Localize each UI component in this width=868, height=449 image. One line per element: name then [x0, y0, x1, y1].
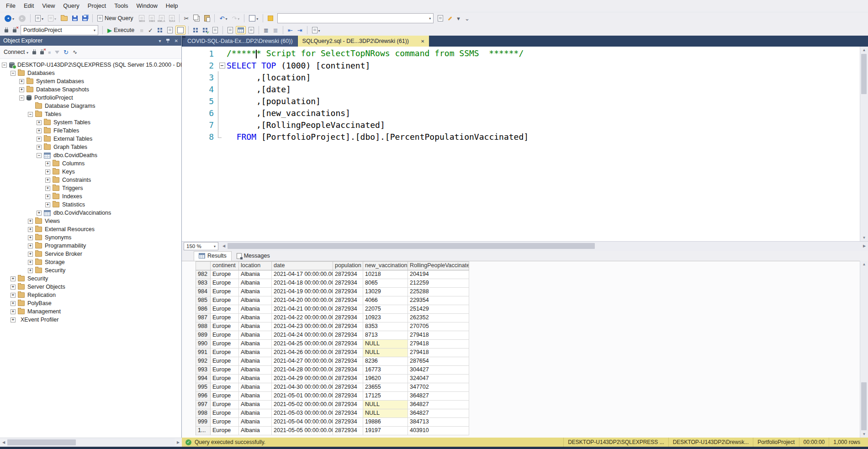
- scrollbar-thumb[interactable]: [228, 243, 595, 249]
- tree-item-replication[interactable]: +Replication: [0, 291, 181, 299]
- scroll-right-arrow-icon[interactable]: ▶: [861, 242, 868, 251]
- expand-icon[interactable]: +: [37, 145, 42, 150]
- close-icon[interactable]: ✕: [421, 39, 424, 44]
- code-line-3[interactable]: 3 ,[location]: [182, 71, 868, 83]
- new-project-button[interactable]: ▾: [33, 14, 45, 23]
- row-header-cell[interactable]: 997: [196, 401, 211, 409]
- expand-icon[interactable]: +: [11, 309, 16, 314]
- grid-cell[interactable]: 22075: [363, 305, 408, 314]
- grid-cell[interactable]: Albania: [239, 409, 272, 418]
- close-icon[interactable]: ✕: [175, 38, 178, 43]
- intellisense-toggle[interactable]: [175, 26, 185, 35]
- window-position-icon[interactable]: ▾: [159, 38, 161, 43]
- results-to-text-button[interactable]: [226, 26, 235, 35]
- chevron-down-icon[interactable]: ▾: [54, 17, 56, 21]
- nav-backward-button[interactable]: ◂▾: [3, 14, 16, 23]
- row-header-cell[interactable]: 994: [196, 375, 211, 383]
- row-header-cell[interactable]: 992: [196, 357, 211, 366]
- grid-cell[interactable]: Europe: [211, 401, 239, 409]
- actual-plan-toggle[interactable]: [191, 26, 200, 34]
- row-header-cell[interactable]: 995: [196, 383, 211, 392]
- parse-button[interactable]: ✓: [146, 26, 155, 35]
- column-header-RollingPeopleVaccinated[interactable]: RollingPeopleVaccinated: [408, 262, 469, 270]
- grid-cell[interactable]: 2021-04-29 00:00:00.000: [272, 375, 333, 383]
- results-to-file-button[interactable]: [247, 26, 256, 35]
- grid-cell[interactable]: Albania: [239, 314, 272, 322]
- grid-cell[interactable]: 2021-05-02 00:00:00.000: [272, 401, 333, 409]
- row-header-cell[interactable]: 988: [196, 322, 211, 331]
- grid-cell[interactable]: Europe: [211, 340, 239, 349]
- grid-cell[interactable]: 2021-04-27 00:00:00.000: [272, 357, 333, 366]
- row-header-cell[interactable]: 984: [196, 288, 211, 296]
- grid-cell[interactable]: Europe: [211, 357, 239, 366]
- grid-cell[interactable]: 364827: [408, 409, 469, 418]
- paste-button[interactable]: [202, 14, 212, 23]
- grid-cell[interactable]: Europe: [211, 392, 239, 401]
- tree-item-xevent-profiler[interactable]: +XEvent Profiler: [0, 316, 181, 324]
- expand-icon[interactable]: +: [28, 219, 33, 224]
- cut-button[interactable]: ✂: [182, 14, 191, 23]
- editor-vertical-scrollbar[interactable]: ▲ ▼: [860, 47, 868, 241]
- scrollbar-thumb[interactable]: [861, 54, 867, 94]
- scrollbar-track[interactable]: [7, 438, 175, 447]
- client-statistics-toggle[interactable]: [211, 26, 220, 35]
- grid-cell[interactable]: Europe: [211, 349, 239, 357]
- open-file-button[interactable]: [59, 15, 69, 22]
- scrollbar-thumb[interactable]: [7, 439, 76, 445]
- grid-cell[interactable]: 2872934: [333, 375, 363, 383]
- chevron-down-icon[interactable]: ▾: [318, 29, 320, 33]
- chevron-down-icon[interactable]: ▾: [238, 17, 239, 21]
- grid-cell[interactable]: 2021-04-28 00:00:00.000: [272, 366, 333, 375]
- row-header-cell[interactable]: 996: [196, 392, 211, 401]
- grid-cell[interactable]: Albania: [239, 331, 272, 340]
- grid-cell[interactable]: 2872934: [333, 279, 363, 288]
- column-header-date[interactable]: date: [272, 262, 333, 270]
- grid-cell[interactable]: NULL: [363, 349, 408, 357]
- grid-cell[interactable]: 229354: [408, 296, 469, 305]
- grid-cell[interactable]: Albania: [239, 322, 272, 331]
- collapse-region-icon[interactable]: −: [219, 63, 225, 69]
- grid-cell[interactable]: 2021-04-20 00:00:00.000: [272, 296, 333, 305]
- grid-cell[interactable]: Albania: [239, 401, 272, 409]
- sql-editor[interactable]: 1/****** Script for SelectTopNRows comma…: [182, 47, 868, 241]
- toolbar-overflow-button[interactable]: ⌄: [463, 14, 471, 23]
- column-header-location[interactable]: location: [239, 262, 272, 270]
- grid-cell[interactable]: 2021-04-24 00:00:00.000: [272, 331, 333, 340]
- grid-cell[interactable]: 279418: [408, 349, 469, 357]
- grid-cell[interactable]: 204194: [408, 270, 469, 279]
- tree-item-external-resources[interactable]: +External Resources: [0, 225, 181, 233]
- row-header-cell[interactable]: 985: [196, 296, 211, 305]
- pin-icon[interactable]: [413, 39, 417, 44]
- grid-cell[interactable]: Albania: [239, 288, 272, 296]
- grid-cell[interactable]: 2872934: [333, 427, 363, 435]
- expand-icon[interactable]: +: [45, 186, 50, 191]
- disconnect-icon[interactable]: [40, 51, 44, 54]
- grid-cell[interactable]: 270705: [408, 322, 469, 331]
- menu-file[interactable]: File: [2, 0, 20, 11]
- database-combobox[interactable]: PortfolioProject▾: [21, 25, 98, 35]
- expand-icon[interactable]: +: [28, 235, 33, 240]
- grid-cell[interactable]: 13029: [363, 288, 408, 296]
- row-header-cell[interactable]: 991: [196, 349, 211, 357]
- tree-item-security[interactable]: +Security: [0, 266, 181, 275]
- grid-cell[interactable]: 279418: [408, 331, 469, 340]
- decrease-indent-button[interactable]: ⇤: [286, 26, 295, 35]
- expand-icon[interactable]: +: [11, 276, 16, 281]
- row-header-cell[interactable]: 983: [196, 279, 211, 288]
- grid-cell[interactable]: Europe: [211, 296, 239, 305]
- column-header-new_vaccinations[interactable]: new_vaccinations: [363, 262, 408, 270]
- grid-cell[interactable]: 2872934: [333, 366, 363, 375]
- expand-icon[interactable]: +: [37, 137, 42, 142]
- code-line-6[interactable]: 6 ,[new_vaccinations]: [182, 107, 868, 119]
- grid-cell[interactable]: 8713: [363, 331, 408, 340]
- expand-icon[interactable]: +: [28, 243, 33, 248]
- tree-item-databases[interactable]: −Databases: [0, 69, 181, 77]
- undo-button[interactable]: ↶▾: [217, 14, 229, 23]
- expand-icon[interactable]: +: [45, 202, 50, 207]
- document-tab-1[interactable]: COVID-SQL-Data-Ex...DP2\Drewski (60)): [183, 36, 297, 47]
- connect-dropdown[interactable]: Connect ▾: [4, 49, 28, 55]
- row-header-cell[interactable]: 986: [196, 305, 211, 314]
- tree-item-dbo-covidvaccinations[interactable]: +dbo.CovidVaccinations: [0, 209, 181, 217]
- estimated-plan-button[interactable]: [156, 26, 164, 34]
- collapse-icon[interactable]: −: [37, 153, 42, 158]
